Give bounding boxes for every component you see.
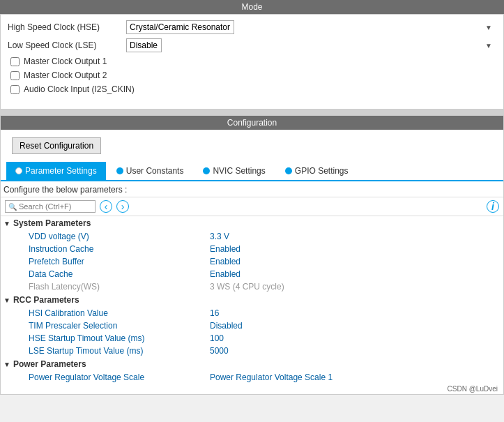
master-clock-output2-label: Master Clock Output 2	[24, 70, 107, 80]
master-clock-output1-label: Master Clock Output 1	[24, 56, 107, 66]
table-row: VDD voltage (V) 3.3 V	[1, 230, 503, 243]
param-power-reg-value: Power Regulator Voltage Scale 1	[210, 372, 333, 382]
configure-text: Configure the below parameters :	[1, 181, 503, 197]
rcc-params-label: RCC Parameters	[13, 295, 79, 305]
param-data-cache-value: Enabled	[210, 269, 240, 279]
param-hse-startup-name: HSE Startup Timout Value (ms)	[1, 333, 210, 343]
param-prefetch-buffer-name: Prefetch Buffer	[1, 257, 210, 266]
config-section-header: Configuration	[1, 116, 503, 130]
audio-clock-input-label: Audio Clock Input (I2S_CKIN)	[24, 84, 135, 94]
reset-configuration-button[interactable]: Reset Configuration	[12, 137, 101, 154]
table-row: LSE Startup Timout Value (ms) 5000	[1, 345, 503, 357]
lse-label: Low Speed Clock (LSE)	[8, 40, 126, 50]
master-clock-output2-checkbox[interactable]	[10, 71, 20, 80]
hse-select-wrapper: Crystal/Ceramic Resonator	[126, 20, 496, 34]
hse-select[interactable]: Crystal/Ceramic Resonator	[126, 20, 234, 34]
search-icon: 🔍	[8, 203, 17, 211]
tab-user-constants[interactable]: User Constants	[107, 162, 193, 180]
config-section: Configuration Reset Configuration Parame…	[0, 115, 504, 395]
param-flash-latency-value: 3 WS (4 CPU cycle)	[210, 282, 284, 292]
table-row: Flash Latency(WS) 3 WS (4 CPU cycle)	[1, 280, 503, 293]
table-row: HSE Startup Timout Value (ms) 100	[1, 332, 503, 345]
power-params-group-row: ▼ Power Parameters	[1, 357, 503, 371]
spacer	[0, 110, 504, 115]
hse-label: High Speed Clock (HSE)	[8, 22, 126, 32]
tab-dot-parameter	[15, 167, 22, 174]
mode-section-header: Mode	[0, 0, 504, 14]
power-params-label: Power Parameters	[13, 359, 86, 369]
table-row: Instruction Cache Enabled	[1, 243, 503, 255]
checkbox3-row: Audio Clock Input (I2S_CKIN)	[8, 84, 496, 94]
param-vdd-name: VDD voltage (V)	[1, 232, 210, 241]
param-flash-latency-name: Flash Latency(WS)	[1, 282, 210, 292]
table-row: Prefetch Buffer Enabled	[1, 255, 503, 268]
tab-nvic-settings[interactable]: NVIC Settings	[194, 162, 274, 180]
param-instruction-cache-name: Instruction Cache	[1, 244, 210, 254]
audio-clock-input-checkbox[interactable]	[10, 85, 20, 94]
tab-dot-gpio	[285, 167, 292, 174]
power-params-toggle[interactable]: ▼	[3, 361, 10, 368]
param-data-cache-name: Data Cache	[1, 269, 210, 279]
info-icon: i	[487, 200, 499, 213]
table-row: HSI Calibration Value 16	[1, 307, 503, 319]
system-params-label: System Parameters	[13, 218, 91, 228]
checkbox1-row: Master Clock Output 1	[8, 56, 496, 66]
lse-select[interactable]: Disable	[126, 38, 162, 52]
param-vdd-value: 3.3 V	[210, 232, 229, 241]
system-params-toggle[interactable]: ▼	[3, 220, 10, 227]
lse-select-wrapper: Disable	[126, 38, 496, 52]
watermark: CSDN @LuDvei	[1, 384, 503, 394]
param-lse-startup-name: LSE Startup Timout Value (ms)	[1, 346, 210, 356]
checkbox2-row: Master Clock Output 2	[8, 70, 496, 80]
params-table: ▼ System Parameters VDD voltage (V) 3.3 …	[1, 216, 503, 384]
param-tim-prescaler-name: TIM Prescaler Selection	[1, 321, 210, 331]
system-params-group-row: ▼ System Parameters	[1, 216, 503, 230]
param-instruction-cache-value: Enabled	[210, 244, 240, 254]
master-clock-output1-checkbox[interactable]	[10, 57, 20, 66]
param-power-reg-name: Power Regulator Voltage Scale	[1, 372, 210, 382]
tab-parameter-settings[interactable]: Parameter Settings	[6, 162, 106, 180]
tabs-row: Parameter Settings User Constants NVIC S…	[1, 162, 503, 181]
param-tim-prescaler-value: Disabled	[210, 321, 243, 331]
rcc-params-group-row: ▼ RCC Parameters	[1, 293, 503, 307]
mode-section: High Speed Clock (HSE) Crystal/Ceramic R…	[0, 14, 504, 110]
table-row: Data Cache Enabled	[1, 268, 503, 280]
search-input[interactable]	[19, 202, 89, 211]
tab-dot-nvic	[203, 167, 210, 174]
search-row: 🔍 ‹ › i	[1, 197, 503, 216]
search-input-wrapper: 🔍	[5, 200, 96, 213]
next-arrow-button[interactable]: ›	[116, 200, 129, 213]
param-hsi-cal-value: 16	[210, 308, 219, 318]
tab-dot-user-constants	[116, 167, 123, 174]
tab-gpio-settings[interactable]: GPIO Settings	[276, 162, 358, 180]
param-hsi-cal-name: HSI Calibration Value	[1, 308, 210, 318]
reset-btn-row: Reset Configuration	[1, 130, 503, 162]
param-prefetch-buffer-value: Enabled	[210, 257, 240, 266]
tab-parameter-settings-label: Parameter Settings	[25, 166, 97, 176]
tab-user-constants-label: User Constants	[126, 166, 184, 176]
lse-row: Low Speed Clock (LSE) Disable	[8, 38, 496, 52]
table-row: Power Regulator Voltage Scale Power Regu…	[1, 371, 503, 384]
param-hse-startup-value: 100	[210, 333, 224, 343]
tab-gpio-settings-label: GPIO Settings	[295, 166, 349, 176]
hse-row: High Speed Clock (HSE) Crystal/Ceramic R…	[8, 20, 496, 34]
param-lse-startup-value: 5000	[210, 346, 229, 356]
tab-nvic-settings-label: NVIC Settings	[213, 166, 265, 176]
rcc-params-toggle[interactable]: ▼	[3, 296, 10, 304]
prev-arrow-button[interactable]: ‹	[100, 200, 112, 213]
table-row: TIM Prescaler Selection Disabled	[1, 319, 503, 332]
